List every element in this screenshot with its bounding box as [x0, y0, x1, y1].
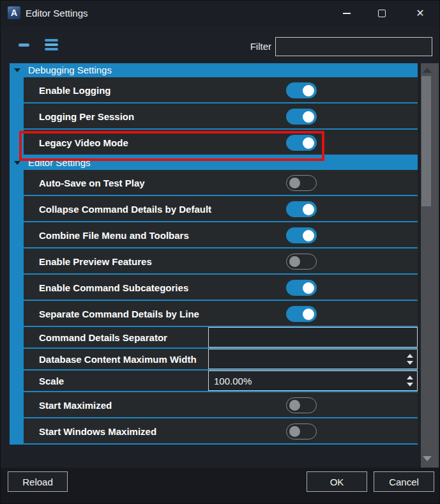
spinner-buttons[interactable]	[405, 370, 415, 391]
command-details-separator-input[interactable]	[208, 327, 418, 347]
setting-label: Separate Command Details by Line	[24, 301, 418, 327]
toggle-knob	[303, 85, 314, 96]
section-title: Editor Settings	[28, 157, 91, 168]
setting-label: Enable Logging	[24, 77, 418, 103]
setting-row-combine-file-menu: Combine File Menu and Toolbars	[24, 222, 418, 248]
toggle-knob	[289, 426, 300, 437]
legacy-video-mode-toggle[interactable]	[286, 135, 317, 151]
setting-row-start-maximized: Start Maximized	[24, 392, 418, 418]
window-title: Editor Settings	[26, 1, 88, 26]
spin-up-icon[interactable]	[407, 354, 413, 358]
setting-label: Enable Command Subcategories	[24, 275, 418, 301]
toggle-knob	[303, 204, 314, 215]
setting-label: Auto-Save on Test Play	[24, 170, 418, 196]
section-debugging-settings: Debugging Settings Enable Logging Loggin…	[10, 63, 418, 156]
section-title: Debugging Settings	[28, 65, 112, 75]
scroll-down-icon[interactable]	[423, 456, 432, 461]
setting-label: Combine File Menu and Toolbars	[24, 222, 418, 248]
setting-label: Collapse Command Details by Default	[24, 196, 418, 222]
spinner-buttons[interactable]	[405, 349, 415, 369]
enable-command-subcategories-toggle[interactable]	[286, 280, 317, 296]
filter-input[interactable]	[275, 37, 432, 56]
setting-row-enable-logging: Enable Logging	[24, 77, 418, 103]
minimize-icon	[343, 13, 351, 14]
toggle-knob	[303, 309, 314, 320]
setting-row-command-details-separator: Command Details Separator	[24, 327, 418, 349]
setting-row-separate-command-details: Separate Command Details by Line	[24, 301, 418, 327]
setting-label: Start Windows Maximized	[24, 418, 418, 445]
setting-row-legacy-video-mode: Legacy Video Mode	[24, 130, 418, 156]
start-windows-maximized-toggle[interactable]	[286, 424, 317, 439]
enable-logging-toggle[interactable]	[286, 82, 317, 98]
chevron-down-icon	[14, 68, 20, 72]
logging-per-session-toggle[interactable]	[286, 109, 317, 125]
setting-row-scale: Scale	[24, 370, 418, 392]
setting-label: Legacy Video Mode	[24, 130, 418, 156]
setting-row-collapse-command-details: Collapse Command Details by Default	[24, 196, 418, 222]
spin-down-icon[interactable]	[407, 383, 413, 386]
minimize-button[interactable]	[337, 3, 357, 24]
toolbar: Filter	[1, 26, 440, 63]
reload-button[interactable]: Reload	[8, 471, 68, 492]
filter-label: Filter	[211, 37, 271, 56]
title-bar: A Editor Settings ✕	[1, 1, 440, 26]
setting-row-enable-preview-features: Enable Preview Features	[24, 248, 418, 275]
maximize-icon	[378, 10, 386, 17]
setting-label: Enable Preview Features	[24, 248, 418, 275]
scroll-up-icon[interactable]	[423, 68, 432, 73]
close-icon: ✕	[416, 8, 424, 19]
section-header-editor[interactable]: Editor Settings	[10, 156, 418, 170]
enable-preview-features-toggle[interactable]	[286, 254, 317, 270]
toggle-knob	[303, 230, 314, 241]
menu-button[interactable]	[45, 37, 61, 52]
separate-command-details-toggle[interactable]	[286, 306, 317, 322]
collapse-all-icon	[19, 43, 29, 47]
footer-bar: Reload OK Cancel	[1, 468, 440, 504]
section-editor-settings: Editor Settings Auto-Save on Test Play C…	[10, 156, 418, 445]
scrollbar-thumb[interactable]	[421, 76, 431, 206]
cancel-button[interactable]: Cancel	[374, 471, 434, 492]
settings-list: Debugging Settings Enable Logging Loggin…	[10, 63, 418, 468]
setting-row-start-windows-maximized: Start Windows Maximized	[24, 418, 418, 445]
setting-row-logging-per-session: Logging Per Session	[24, 103, 418, 130]
app-logo-icon: A	[8, 6, 20, 19]
toggle-knob	[303, 282, 314, 294]
setting-row-database-content-max-width: Database Content Maximum Width	[24, 349, 418, 370]
toggle-knob	[289, 400, 300, 411]
database-content-max-width-input[interactable]	[208, 349, 418, 369]
combine-file-menu-toggle[interactable]	[286, 227, 317, 243]
vertical-scrollbar[interactable]	[421, 63, 439, 468]
close-button[interactable]: ✕	[410, 3, 430, 24]
toggle-knob	[303, 137, 314, 149]
start-maximized-toggle[interactable]	[286, 397, 317, 413]
chevron-down-icon	[14, 161, 20, 165]
collapse-all-button[interactable]	[16, 37, 31, 52]
setting-row-autosave-test-play: Auto-Save on Test Play	[24, 170, 418, 196]
menu-icon	[45, 39, 58, 42]
collapse-command-details-toggle[interactable]	[286, 201, 317, 217]
setting-row-enable-command-subcategories: Enable Command Subcategories	[24, 275, 418, 301]
section-header-debugging[interactable]: Debugging Settings	[10, 63, 418, 77]
toggle-knob	[289, 256, 300, 267]
autosave-test-play-toggle[interactable]	[286, 175, 317, 191]
setting-label: Start Maximized	[24, 392, 418, 418]
scale-input[interactable]	[208, 370, 418, 391]
ok-button[interactable]: OK	[307, 471, 367, 492]
toggle-knob	[289, 178, 300, 188]
maximize-button[interactable]	[372, 3, 392, 24]
toggle-knob	[303, 111, 314, 123]
setting-label: Logging Per Session	[24, 103, 418, 130]
spin-up-icon[interactable]	[407, 376, 413, 379]
spin-down-icon[interactable]	[407, 361, 413, 365]
